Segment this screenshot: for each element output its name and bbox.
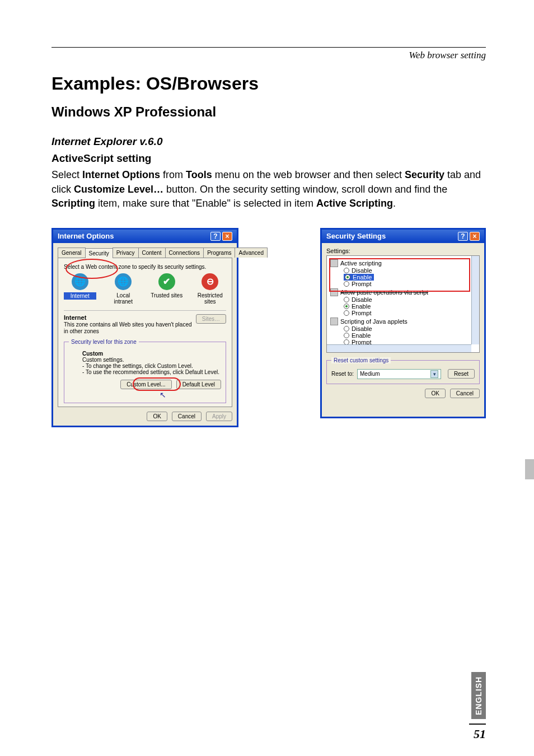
zone-name: Internet <box>64 314 86 321</box>
radio-enable[interactable] <box>344 333 349 338</box>
custom-level-button[interactable]: Custom Level... <box>120 380 171 389</box>
radio-enable[interactable] <box>344 304 349 309</box>
close-button[interactable]: × <box>470 232 480 241</box>
chevron-down-icon: ▾ <box>430 370 438 378</box>
tab-advanced[interactable]: Advanced <box>235 248 267 258</box>
horizontal-scrollbar[interactable] <box>327 344 471 352</box>
radio-enable[interactable] <box>345 274 350 280</box>
script-icon <box>330 259 338 267</box>
settings-label: Settings: <box>326 248 480 254</box>
reset-button[interactable]: Reset <box>448 369 475 379</box>
page-edge-stub <box>525 459 534 479</box>
radio-disable[interactable] <box>344 268 349 273</box>
subtitle-setting: ActiveScript setting <box>51 152 486 165</box>
radio-prompt[interactable] <box>344 310 349 316</box>
reset-fieldset: Reset custom settings Reset to: Medium ▾… <box>326 357 480 384</box>
sites-button[interactable]: Sites… <box>196 314 226 324</box>
internet-options-dialog: Internet Options ? × General Security Pr… <box>51 228 238 427</box>
zone-intro: Select a Web content zone to specify its… <box>64 264 226 270</box>
apply-button[interactable]: Apply <box>206 412 232 421</box>
default-level-button[interactable]: Default Level <box>176 380 221 389</box>
subtitle-browser: Internet Explorer v.6.0 <box>51 136 486 148</box>
settings-listbox[interactable]: Active scripting Disable Enable Prompt A… <box>326 255 480 353</box>
help-button[interactable]: ? <box>210 232 221 241</box>
radio-disable[interactable] <box>344 297 349 302</box>
dialog-title: Security Settings <box>326 232 386 240</box>
dialog-title: Internet Options <box>58 232 114 240</box>
instruction-paragraph: Select Internet Options from Tools menu … <box>51 168 486 211</box>
script-icon <box>330 318 338 325</box>
zone-local-intranet[interactable]: 🌐 Local intranet <box>107 273 140 305</box>
divider <box>51 47 486 48</box>
reset-select[interactable]: Medium ▾ <box>357 369 441 379</box>
ok-button[interactable]: OK <box>425 389 445 398</box>
page-title: Examples: OS/Browsers <box>51 73 486 94</box>
zone-trusted-sites[interactable]: ✔ Trusted sites <box>151 273 183 305</box>
tab-privacy[interactable]: Privacy <box>113 248 139 258</box>
cancel-button[interactable]: Cancel <box>172 412 202 421</box>
language-tab: ENGLISH <box>471 672 486 719</box>
radio-prompt[interactable] <box>344 281 349 287</box>
tab-security[interactable]: Security <box>85 248 113 258</box>
tab-strip: General Security Privacy Content Connect… <box>58 248 232 258</box>
security-settings-dialog: Security Settings ? × Settings: Active s… <box>320 228 486 418</box>
radio-disable[interactable] <box>344 326 349 332</box>
ok-button[interactable]: OK <box>147 412 167 421</box>
close-button[interactable]: × <box>222 232 232 241</box>
vertical-scrollbar[interactable] <box>471 256 479 344</box>
dialog-titlebar: Internet Options ? × <box>53 230 237 243</box>
level-legend: Security level for this zone <box>69 339 139 345</box>
subtitle-os: Windows XP Professional <box>51 104 486 120</box>
tab-connections[interactable]: Connections <box>165 248 204 258</box>
zone-internet[interactable]: 🌐 Internet <box>64 273 96 305</box>
script-icon <box>330 288 338 296</box>
security-level-fieldset: Security level for this zone Custom Cust… <box>64 339 226 403</box>
help-button[interactable]: ? <box>458 232 468 241</box>
header-section: Web browser setting <box>51 50 486 61</box>
reset-to-label: Reset to: <box>331 371 354 377</box>
zone-restricted-sites[interactable]: ⊖ Restricted sites <box>194 273 227 305</box>
reset-legend: Reset custom settings <box>331 357 391 363</box>
tab-content[interactable]: Content <box>138 248 166 258</box>
tab-programs[interactable]: Programs <box>203 248 235 258</box>
cancel-button[interactable]: Cancel <box>450 389 480 398</box>
cursor-icon: ↖ <box>160 390 312 399</box>
page-number: 51 <box>469 724 486 741</box>
zone-desc: This zone contains all Web sites you hav… <box>64 321 192 334</box>
tab-general[interactable]: General <box>58 248 86 258</box>
custom-label: Custom <box>82 351 103 357</box>
dialog-titlebar: Security Settings ? × <box>322 230 484 243</box>
